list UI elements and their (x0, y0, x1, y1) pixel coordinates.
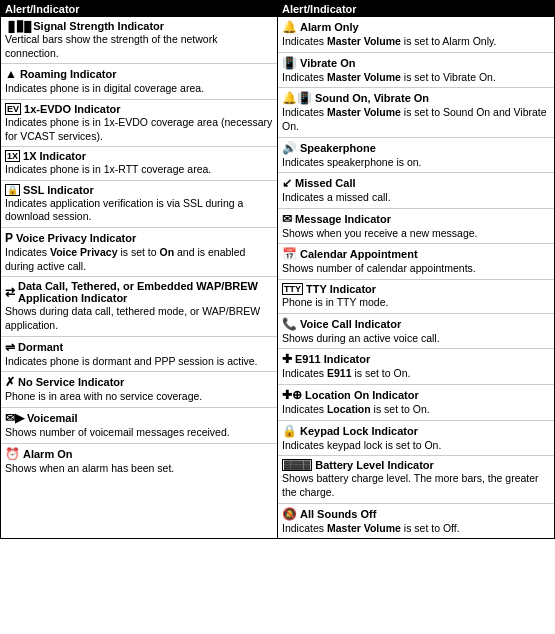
entry-title-text: Data Call, Tethered, or Embedded WAP/BRE… (18, 280, 273, 304)
main-table: Alert/Indicator ▐▌▊█ Signal Strength Ind… (0, 0, 555, 539)
entry-desc: Shows when you receive a new message. (282, 227, 550, 241)
list-item: ▓▓▓▓ Battery Level Indicator Shows batte… (278, 456, 554, 503)
list-item: 📅 Calendar Appointment Shows number of c… (278, 244, 554, 280)
entry-title-text: Missed Call (295, 177, 356, 189)
entry-desc: Indicates E911 is set to On. (282, 367, 550, 381)
entry-title-text: Keypad Lock Indicator (300, 425, 418, 437)
list-item: ⇄ Data Call, Tethered, or Embedded WAP/B… (1, 277, 277, 336)
entry-title: ✚⊕ Location On Indicator (282, 388, 550, 402)
1x-icon: 1X (5, 150, 20, 162)
entry-desc: Indicates Master Volume is set to Vibrat… (282, 71, 550, 85)
list-item: ✗ No Service Indicator Phone is in area … (1, 372, 277, 408)
entry-title-text: E911 Indicator (295, 353, 370, 365)
list-item: ↙ Missed Call Indicates a missed call. (278, 173, 554, 209)
list-item: ✚⊕ Location On Indicator Indicates Locat… (278, 385, 554, 421)
entry-desc: Indicates Master Volume is set to Alarm … (282, 35, 550, 49)
entry-title-text: All Sounds Off (300, 508, 376, 520)
list-item: 🔒 SSL Indicator Indicates application ve… (1, 181, 277, 228)
list-item: 🔔 Alarm Only Indicates Master Volume is … (278, 17, 554, 53)
entry-title: TTY TTY Indicator (282, 283, 550, 295)
list-item: 📳 Vibrate On Indicates Master Volume is … (278, 53, 554, 89)
entry-title-text: Voice Call Indicator (300, 318, 401, 330)
entry-title: ▐▌▊█ Signal Strength Indicator (5, 20, 273, 32)
entry-desc: Indicates keypad lock is set to On. (282, 439, 550, 453)
evdo-icon: EV (5, 103, 21, 115)
entry-title: 🔒 Keypad Lock Indicator (282, 424, 550, 438)
entry-desc: Phone is in TTY mode. (282, 296, 550, 310)
entry-title: P Voice Privacy Indicator (5, 231, 273, 245)
list-item: ✉ Message Indicator Shows when you recei… (278, 209, 554, 245)
missed-call-icon: ↙ (282, 176, 292, 190)
calendar-icon: 📅 (282, 247, 297, 261)
entry-desc: Indicates a missed call. (282, 191, 550, 205)
keypad-lock-icon: 🔒 (282, 424, 297, 438)
entry-title-text: Voicemail (27, 412, 78, 424)
entry-title: 🔒 SSL Indicator (5, 184, 273, 196)
list-item: EV 1x-EVDO Indicator Indicates phone is … (1, 100, 277, 147)
entry-desc: Indicates Master Volume is set to Sound … (282, 106, 550, 133)
entry-title-text: SSL Indicator (23, 184, 94, 196)
entry-title: 📞 Voice Call Indicator (282, 317, 550, 331)
entry-title-text: Sound On, Vibrate On (315, 92, 429, 104)
entry-title-text: 1X Indicator (23, 150, 86, 162)
entry-desc: Indicates phone is dormant and PPP sessi… (5, 355, 273, 369)
entry-desc: Indicates Voice Privacy is set to On and… (5, 246, 273, 273)
entry-desc: Shows during an active voice call. (282, 332, 550, 346)
entry-title-text: Alarm Only (300, 21, 359, 33)
entry-title-text: Calendar Appointment (300, 248, 418, 260)
e911-icon: ✚ (282, 352, 292, 366)
list-item: ⇌ Dormant Indicates phone is dormant and… (1, 337, 277, 373)
entry-title: 📳 Vibrate On (282, 56, 550, 70)
entry-title: 📅 Calendar Appointment (282, 247, 550, 261)
entry-desc: Indicates Master Volume is set to Off. (282, 522, 550, 536)
tty-icon: TTY (282, 283, 303, 295)
entry-desc: Indicates application verification is vi… (5, 197, 273, 224)
entry-title-text: Speakerphone (300, 142, 376, 154)
entry-title: ⇌ Dormant (5, 340, 273, 354)
entry-title-text: Roaming Indicator (20, 68, 117, 80)
voice-call-icon: 📞 (282, 317, 297, 331)
entry-title: 🔊 Speakerphone (282, 141, 550, 155)
entry-title-text: Signal Strength Indicator (33, 20, 164, 32)
entry-desc: Indicates phone is in digital coverage a… (5, 82, 273, 96)
list-item: 🔕 All Sounds Off Indicates Master Volume… (278, 504, 554, 539)
list-item: ✚ E911 Indicator Indicates E911 is set t… (278, 349, 554, 385)
entry-title: ⏰ Alarm On (5, 447, 273, 461)
entry-title-text: Location On Indicator (305, 389, 419, 401)
list-item: ▐▌▊█ Signal Strength Indicator Vertical … (1, 17, 277, 64)
entry-desc: Vertical bars show the strength of the n… (5, 33, 273, 60)
list-item: 🔊 Speakerphone Indicates speakerphone is… (278, 138, 554, 174)
battery-icon: ▓▓▓▓ (282, 459, 312, 471)
alarm-on-icon: ⏰ (5, 447, 20, 461)
entry-title-text: Dormant (18, 341, 63, 353)
list-item: P Voice Privacy Indicator Indicates Voic… (1, 228, 277, 277)
list-item: 🔒 Keypad Lock Indicator Indicates keypad… (278, 421, 554, 457)
voice-privacy-icon: P (5, 231, 13, 245)
sound-vibrate-icon: 🔔📳 (282, 91, 312, 105)
entry-desc: Shows number of voicemail messages recei… (5, 426, 273, 440)
entry-title: ✉▶ Voicemail (5, 411, 273, 425)
roaming-icon: ▲ (5, 67, 17, 81)
entry-title: ↙ Missed Call (282, 176, 550, 190)
entry-desc: Indicates Location is set to On. (282, 403, 550, 417)
entry-title-text: No Service Indicator (18, 376, 124, 388)
entry-title-text: TTY Indicator (306, 283, 376, 295)
list-item: 🔔📳 Sound On, Vibrate On Indicates Master… (278, 88, 554, 137)
right-column: Alert/Indicator 🔔 Alarm Only Indicates M… (278, 1, 554, 538)
entry-title: 🔔 Alarm Only (282, 20, 550, 34)
entry-title: 🔕 All Sounds Off (282, 507, 550, 521)
signal-strength-icon: ▐▌▊█ (5, 21, 30, 32)
entry-title-text: Alarm On (23, 448, 73, 460)
vibrate-on-icon: 📳 (282, 56, 297, 70)
entry-title: 🔔📳 Sound On, Vibrate On (282, 91, 550, 105)
left-column: Alert/Indicator ▐▌▊█ Signal Strength Ind… (1, 1, 278, 538)
list-item: 1X 1X Indicator Indicates phone is in 1x… (1, 147, 277, 181)
location-on-icon: ✚⊕ (282, 388, 302, 402)
entry-title: EV 1x-EVDO Indicator (5, 103, 273, 115)
entry-title-text: Vibrate On (300, 57, 355, 69)
list-item: TTY TTY Indicator Phone is in TTY mode. (278, 280, 554, 314)
voicemail-icon: ✉▶ (5, 411, 24, 425)
no-service-icon: ✗ (5, 375, 15, 389)
entry-title: ⇄ Data Call, Tethered, or Embedded WAP/B… (5, 280, 273, 304)
list-item: 📞 Voice Call Indicator Shows during an a… (278, 314, 554, 350)
